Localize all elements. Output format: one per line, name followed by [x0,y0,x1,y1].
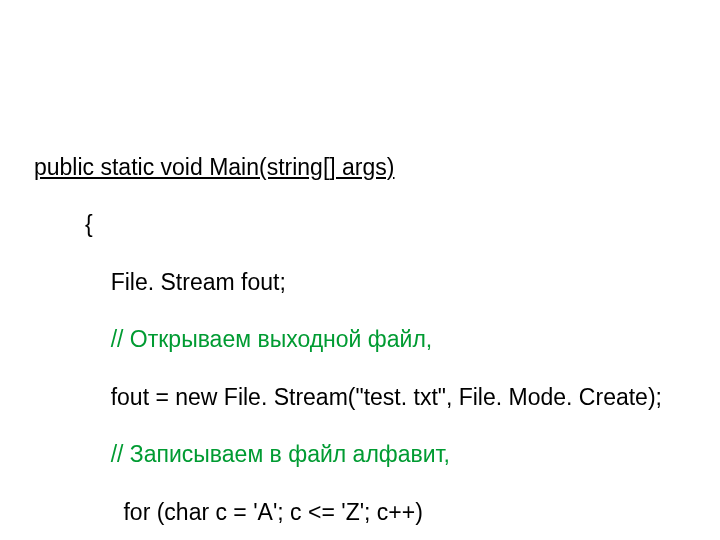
code-block: public static void Main(string[] args) {… [34,124,662,540]
code-line-5: fout = new File. Stream("test. txt", Fil… [34,383,662,412]
code-line-3: File. Stream fout; [34,268,662,297]
code-line-7: for (char с = 'A'; с <= 'Z'; с++) [34,498,662,527]
code-line-1: public static void Main(string[] args) [34,153,662,182]
code-comment-2: // Записываем в файл алфавит, [34,440,662,469]
code-comment-1: // Открываем выходной файл, [34,325,662,354]
code-line-2: { [34,210,662,239]
